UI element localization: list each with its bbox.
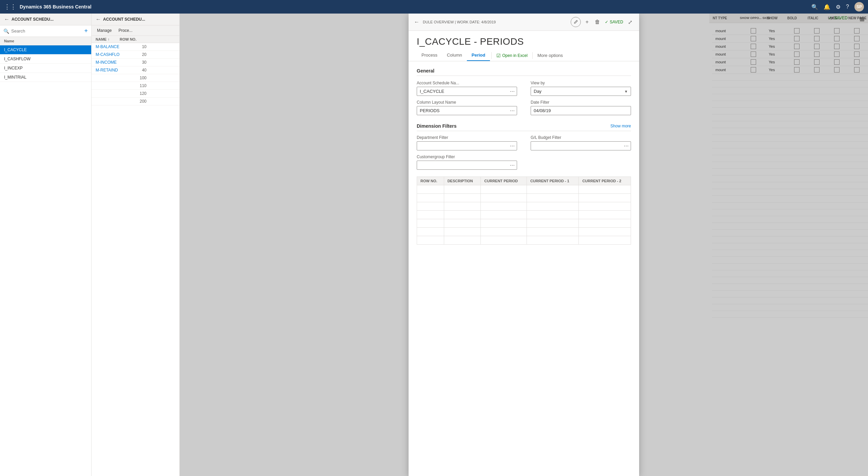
dimension-filters-form: Department Filter ⋯ G/L Budget Filter [417,135,631,170]
date-filter-field: Date Filter [531,100,631,115]
sidebar-item-I_MINTRIAL[interactable]: I_MINTRIAL [0,73,91,82]
modal-breadcrumb: DULE OVERVIEW | WORK DATE: 4/8/2019 [423,20,567,24]
date-filter-input-wrap [531,106,631,115]
sidebar-add-button[interactable]: + [84,27,88,35]
tab-process[interactable]: Process [417,50,442,61]
column-layout-name-input-wrap: ⋯ [417,106,517,115]
settings-icon[interactable]: ⚙ [836,4,841,10]
current-period-2-col-header: CURRENT PERIOD - 2 [579,177,631,185]
sidebar-search-row: 🔍 + [0,25,91,37]
middle-row-no: 120 [126,91,146,96]
app-title: Dynamics 365 Business Central [20,4,808,9]
middle-row-M-INCOME[interactable]: M-INCOME 30 [92,59,179,66]
middle-back-button[interactable]: ← [96,16,101,22]
view-by-select[interactable]: Day Week Month Quarter Year Accounting P… [531,87,622,96]
middle-row-110[interactable]: 110 [92,82,179,90]
middle-row-header: NAME ↑ ROW NO. [92,36,179,43]
middle-row-name: M-BALANCE [96,44,126,49]
department-filter-input-wrap: ⋯ [417,141,517,150]
column-layout-name-input[interactable] [417,106,508,115]
table-row [417,219,631,228]
sidebar-item-I_CASHFLOW[interactable]: I_CASHFLOW [0,55,91,64]
right-area: NT TYPE SHOW OPPO... SION SHOW BOLD ITAL… [180,14,868,476]
more-options-button[interactable]: More options [534,50,566,61]
customergroup-filter-dots[interactable]: ⋯ [508,163,517,168]
top-bar-icons: 🔍 🔔 ⚙ ? SP [811,2,864,12]
data-table-body [417,185,631,245]
modal-saved-status: ✓ SAVED [605,20,623,24]
middle-panel: ← ACCOUNT SCHEDU... Manage Proce... NAME… [92,14,180,476]
middle-row-no: 40 [126,68,146,73]
middle-row-M-CASHFLO[interactable]: M-CASHFLO 20 [92,51,179,59]
dimension-filters-header: Dimension Filters Show more [417,123,631,131]
modal-edit-button[interactable] [571,17,581,27]
middle-row-M-BALANCE[interactable]: M-BALANCE 10 [92,43,179,51]
dimension-filters-section: Dimension Filters Show more Department F… [417,123,631,170]
middle-row-100[interactable]: 100 [92,74,179,82]
apps-icon[interactable]: ⋮⋮ [4,3,16,11]
process-button[interactable]: Proce... [117,27,134,34]
avatar[interactable]: SP [854,2,864,12]
sidebar-column-header: Name [0,37,91,45]
sidebar-item-I_CACYCLE[interactable]: I_CACYCLE [0,45,91,55]
department-filter-input[interactable] [417,142,508,150]
sidebar-breadcrumb-label: ACCOUNT SCHEDU... [12,17,54,22]
table-row [417,202,631,211]
middle-rows: M-BALANCE 10 M-CASHFLO 20 M-INCOME 30 M-… [92,43,179,476]
open-in-excel-button[interactable]: ☑ Open in Excel [493,50,531,61]
modal-topbar: ← DULE OVERVIEW | WORK DATE: 4/8/2019 + … [409,14,639,31]
middle-row-M-RETAIND[interactable]: M-RETAIND 40 [92,66,179,74]
tab-column[interactable]: Column [442,50,467,61]
sidebar-back-button[interactable]: ← [4,16,9,22]
modal-topbar-actions: + 🗑 ✓ SAVED ⤢ [571,17,634,27]
data-table: ROW NO. DESCRIPTION CURRENT PERIOD CURRE… [417,177,631,245]
modal-saved-label: SAVED [610,20,623,24]
account-schedule-name-label: Account Schedule Na... [417,81,517,85]
gl-budget-filter-dots[interactable]: ⋯ [622,143,631,149]
table-row [417,211,631,219]
middle-row-no: 110 [126,83,146,88]
gl-budget-filter-input[interactable] [531,142,622,150]
modal-delete-button[interactable]: 🗑 [593,18,601,26]
middle-row-no: 200 [126,99,146,104]
department-filter-field: Department Filter ⋯ [417,135,517,150]
bell-icon[interactable]: 🔔 [824,4,830,10]
search-input[interactable] [11,28,82,34]
dimension-filters-heading: Dimension Filters [417,123,456,129]
date-filter-input[interactable] [531,106,631,115]
modal-title: I_CACYCLE - PERIODS [409,31,639,50]
show-more-button[interactable]: Show more [610,124,631,128]
gl-budget-filter-label: G/L Budget Filter [531,135,631,140]
modal-expand-button[interactable]: ⤢ [627,18,634,27]
row-no-col-header: ROW NO. [417,177,444,185]
excel-icon: ☑ [496,53,501,58]
middle-row-120[interactable]: 120 [92,90,179,98]
search-icon[interactable]: 🔍 [811,4,818,10]
table-row [417,194,631,202]
general-section-heading: General [417,68,631,76]
department-filter-dots[interactable]: ⋯ [508,143,517,149]
modal-back-button[interactable]: ← [414,19,419,25]
customergroup-filter-input[interactable] [417,161,508,169]
tab-period[interactable]: Period [467,50,490,61]
current-period-cell [481,185,527,194]
middle-col-rowno-header: ROW NO. [120,37,137,41]
gl-budget-filter-input-wrap: ⋯ [531,141,631,150]
help-icon[interactable]: ? [846,4,849,10]
modal-content: General Account Schedule Na... ⋯ View by [409,61,639,476]
modal-add-button[interactable]: + [584,18,590,26]
manage-button[interactable]: Manage [96,27,113,34]
account-schedule-name-input[interactable] [417,87,508,96]
middle-row-200[interactable]: 200 [92,98,179,105]
account-schedule-name-dots[interactable]: ⋯ [508,89,517,94]
column-layout-name-dots[interactable]: ⋯ [508,108,517,113]
modal-panel: ← DULE OVERVIEW | WORK DATE: 4/8/2019 + … [409,14,639,476]
tab-separator2 [532,52,533,59]
middle-row-name: M-INCOME [96,60,126,65]
modal-tabs: Process Column Period ☑ Open in Excel Mo… [409,50,639,61]
middle-row-name: M-CASHFLO [96,52,126,57]
sidebar-item-I_INCEXP[interactable]: I_INCEXP [0,64,91,73]
date-filter-label: Date Filter [531,100,631,105]
description-cell [444,185,481,194]
customergroup-filter-label: Customergroup Filter [417,154,517,159]
